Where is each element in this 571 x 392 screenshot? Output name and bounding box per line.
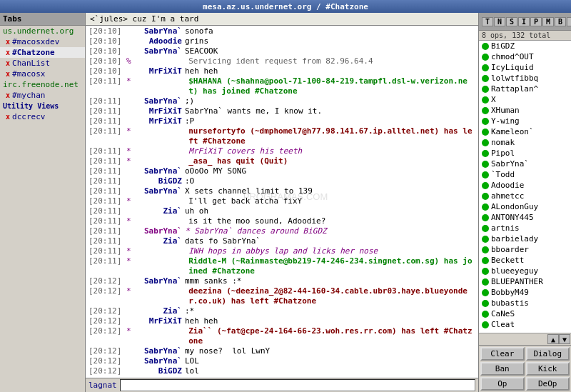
user-status-dot [482, 246, 489, 253]
right-panel-header: TNSIPMBL 139 K [479, 13, 571, 31]
list-item[interactable]: Kameleon` [479, 126, 571, 137]
table-row: [20:11] SabrYna`oOoOo MY SONG [89, 166, 475, 176]
channel-chanlist: ChanList [12, 59, 50, 68]
action-row-1: Clear Dialog [480, 347, 570, 361]
list-item[interactable]: XHuman [479, 105, 571, 116]
sidebar-server-1[interactable]: us.undernet.org [0, 26, 85, 36]
sidebar-server-2[interactable]: irc.freenode.net [0, 79, 85, 90]
user-status-dot [482, 214, 489, 221]
toolbar-btn-t[interactable]: T [482, 17, 493, 26]
user-name-label: X [491, 95, 496, 104]
list-item[interactable]: BLUEPANTHER [479, 276, 571, 287]
list-item[interactable]: Beckett [479, 255, 571, 266]
close-icon[interactable]: x [6, 91, 10, 99]
user-list: BiGDZchmod^OUTIcyLiquidlolwtfibbqRattapl… [479, 41, 571, 333]
scroll-down-arrow[interactable]: ▼ [559, 334, 570, 344]
user-status-dot [482, 129, 489, 136]
user-name-label: CaNeS [491, 309, 515, 318]
user-status-dot [482, 75, 489, 82]
user-name-label: lolwtfibbq [491, 74, 538, 83]
user-name-label: Kameleon` [491, 127, 534, 136]
right-panel: TNSIPMBL 139 K 8 ops, 132 total BiGDZchm… [478, 13, 571, 392]
list-item[interactable]: Y-wing [479, 116, 571, 126]
dccrecv-label: dccrecv [12, 112, 45, 121]
title-text: mesa.az.us.undernet.org / #Chatzone [203, 2, 368, 11]
sidebar-item-chanlist[interactable]: x ChanList [0, 58, 85, 69]
toolbar-btn-l[interactable]: L [567, 17, 571, 26]
table-row: [20:11] SabrYna`X sets channel limit to … [89, 186, 475, 196]
user-status-dot [482, 54, 489, 61]
toolbar-btn-b[interactable]: B [555, 17, 566, 26]
list-item[interactable]: SabrYna` [479, 159, 571, 169]
list-item[interactable]: X [479, 94, 571, 105]
user-name-label: BobbyM49 [491, 288, 529, 297]
list-item[interactable]: `Todd [479, 169, 571, 180]
toolbar-btn-i[interactable]: I [518, 17, 530, 26]
close-icon[interactable]: x [6, 59, 10, 67]
table-row: [20:11] * MrFiXiT covers his teeth [89, 146, 475, 156]
user-status-dot [482, 193, 489, 200]
list-item[interactable]: Cleat [479, 319, 571, 330]
table-row: [20:12] MrFiXiTheh heh [89, 316, 475, 326]
list-item[interactable]: Adoodie [479, 180, 571, 191]
list-item[interactable]: barbielady [479, 233, 571, 244]
user-name-label: bubastis [491, 298, 529, 308]
user-status-dot [482, 171, 489, 179]
kick-button[interactable]: Kick [526, 362, 570, 376]
list-item[interactable]: Rattaplan^ [479, 84, 571, 94]
ban-button[interactable]: Ban [480, 362, 525, 376]
table-row: [20:11] * I'll get back atcha fixY [89, 196, 475, 206]
dialog-button[interactable]: Dialog [526, 347, 570, 361]
list-item[interactable]: artnis [479, 223, 571, 233]
user-name-label: Adoodie [491, 181, 524, 190]
list-item[interactable]: ALondonGuy [479, 201, 571, 212]
op-button[interactable]: Op [480, 377, 525, 391]
list-item[interactable]: blueeyeguy [479, 266, 571, 276]
user-status-dot [482, 43, 489, 50]
list-item[interactable]: BiGDZ [479, 41, 571, 51]
table-row: [20:12] SabrYna`LOL [89, 356, 475, 366]
user-name-label: ANTONY445 [491, 213, 534, 222]
close-icon[interactable]: x [6, 49, 10, 56]
list-item[interactable]: bboarder [479, 244, 571, 255]
action-row-3: Op DeOp [480, 377, 570, 391]
close-icon[interactable]: x [6, 70, 10, 78]
toolbar-btn-m[interactable]: M [542, 17, 554, 26]
chat-messages[interactable]: [20:10] * new unknown command[20:10] Sab… [86, 26, 478, 378]
user-status-dot [482, 236, 489, 243]
list-item[interactable]: ahmetcc [479, 191, 571, 201]
list-item[interactable]: IcyLiquid [479, 62, 571, 73]
sidebar-item-dccrecv[interactable]: x dccrecv [0, 111, 85, 122]
utility-views-label: Utility Views [0, 101, 85, 111]
user-name-label: nomak [491, 138, 515, 147]
close-icon[interactable]: x [6, 113, 10, 121]
toolbar-btn-p[interactable]: P [530, 17, 542, 26]
list-item[interactable]: BobbyM49 [479, 287, 571, 298]
table-row: [20:11] * is it the moo sound, Adoodie? [89, 216, 475, 226]
user-name-label: Pipol [491, 149, 515, 158]
user-name-label: XHuman [491, 106, 520, 115]
table-row: [20:10] SabrYna`SEACOOK [89, 46, 475, 56]
user-status-dot [482, 257, 489, 264]
list-item[interactable]: nomak [479, 137, 571, 148]
chat-input[interactable] [120, 379, 475, 391]
list-item[interactable]: chmod^OUT [479, 51, 571, 62]
server-1-label: us.undernet.org [3, 26, 74, 36]
toolbar-btn-s[interactable]: S [506, 17, 517, 26]
sidebar-item-mychan[interactable]: x #mychan [0, 90, 85, 101]
list-item[interactable]: CaNeS [479, 308, 571, 319]
list-item[interactable]: ANTONY445 [479, 212, 571, 223]
scroll-up-arrow[interactable]: ▲ [547, 334, 559, 344]
clear-button[interactable]: Clear [480, 347, 525, 361]
sidebar-item-chatzone[interactable]: x #Chatzone [0, 47, 85, 58]
list-item[interactable]: lolwtfibbq [479, 73, 571, 84]
sidebar-item-macosx[interactable]: x #macosx [0, 69, 85, 79]
user-status-dot [482, 225, 489, 232]
user-status-dot [482, 118, 489, 125]
deop-button[interactable]: DeOp [526, 377, 570, 391]
toolbar-btn-n[interactable]: N [494, 17, 505, 26]
list-item[interactable]: Pipol [479, 148, 571, 159]
close-icon[interactable]: x [6, 38, 10, 46]
list-item[interactable]: bubastis [479, 298, 571, 308]
sidebar-item-macosxdev[interactable]: x #macosxdev [0, 36, 85, 47]
